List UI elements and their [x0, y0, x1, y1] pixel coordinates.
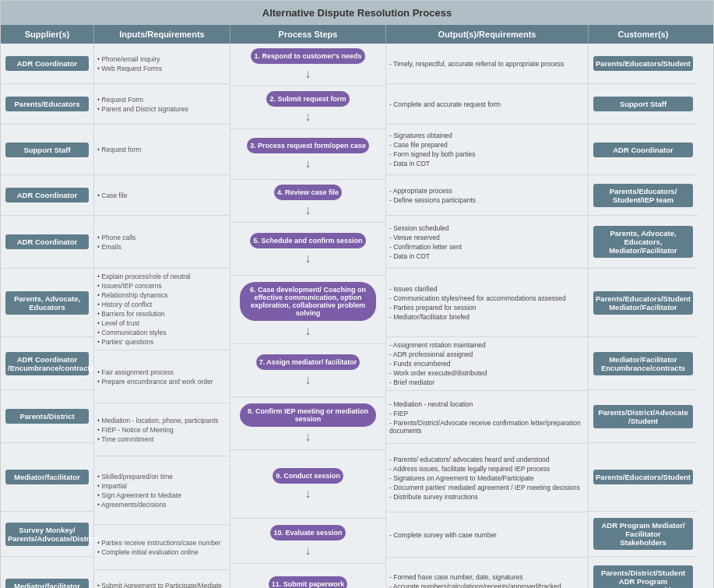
supplier-cell-2: Parents/Educators — [1, 84, 93, 125]
header-supplier: Supplier(s) — [1, 25, 94, 44]
customer-cell-5: Parents, Advocate, Educators, Mediator/F… — [589, 216, 698, 269]
input-item: Parties' questions — [97, 337, 227, 347]
output-item: Timely, respectful, accurate referral to… — [389, 59, 585, 69]
input-item: Level of trust — [97, 319, 227, 328]
input-item: Issues/IEP concerns — [97, 281, 227, 290]
process-box-5: 5. Schedule and confirm session — [250, 233, 365, 248]
output-item: Signatures on Agreement to Mediate/Parti… — [389, 474, 585, 483]
header-outputs: Output(s)/Requirements — [386, 25, 589, 44]
process-cell-3: 3. Process request form/open case↓ — [230, 129, 385, 180]
output-item: Mediator/facilitator briefed — [389, 312, 585, 322]
input-item: Case file — [97, 191, 227, 200]
input-item: Parent and District signatures — [97, 104, 227, 114]
output-item: Signatures obtained — [389, 131, 585, 140]
customer-box-11: Parents/District/Student ADR Program Acc… — [593, 565, 693, 588]
input-item: Mediation - location, phone, participant… — [97, 416, 227, 425]
process-box-9: 9. Conduct session — [273, 468, 343, 484]
input-item: Request form — [97, 145, 227, 154]
process-box-10: 10. Evaluate session — [270, 525, 345, 540]
process-box-7: 7. Assign mediator/ facilitator — [256, 354, 361, 370]
output-item: Distribute survey instructions — [389, 492, 585, 502]
supplier-box-6: Parents, Advocate, Educators — [5, 291, 89, 315]
outputs-cell-7: Assignment rotation maintainedADR profes… — [386, 337, 588, 391]
input-item: Emails — [97, 242, 227, 252]
process-cell-11: 11. Submit paperwork↓ — [230, 564, 385, 588]
output-item: Define sessions participants — [389, 195, 585, 205]
supplier-box-2: Parents/Educators — [5, 97, 89, 111]
customer-cell-1: Parents/Educators/Student — [589, 44, 698, 84]
inputs-cell-5: Phone callsEmails — [94, 216, 230, 269]
input-item: History of conflict — [97, 300, 227, 309]
customer-box-5: Parents, Advocate, Educators, Mediator/F… — [593, 226, 693, 258]
customer-cell-2: Support Staff — [589, 84, 698, 125]
inputs-cell-6: Explain process/role of neutralIssues/IE… — [94, 269, 230, 350]
process-cell-9: 9. Conduct session↓ — [230, 450, 385, 519]
process-box-2: 2. Submit request form — [266, 91, 349, 107]
supplier-cell-9: Mediator/facilitator — [1, 443, 93, 512]
header-process: Process Steps — [230, 25, 386, 44]
process-arrow-1: ↓ — [305, 65, 311, 83]
inputs-cell-3: Request form — [94, 125, 230, 175]
outputs-cell-6: Issues clarifiedCommunication styles/nee… — [386, 269, 588, 337]
output-item: Accurate numbers/calculations/receipts/a… — [389, 582, 585, 588]
output-item: Data in CDT — [389, 159, 585, 168]
body-area: ADR CoordinatorParents/EducatorsSupport … — [1, 44, 713, 588]
process-cell-2: 2. Submit request form↓ — [230, 86, 385, 129]
outputs-cell-3: Signatures obtainedCase file preparedFor… — [386, 125, 588, 175]
output-item: Document parties' mediated agreement / I… — [389, 483, 585, 492]
process-box-3: 3. Process request form/open case — [247, 138, 369, 153]
output-item: Venue reserved — [389, 233, 585, 242]
output-item: Confirmation letter sent — [389, 242, 585, 252]
process-box-6: 6. Case development/ Coaching on effecti… — [240, 282, 376, 321]
supplier-cell-5: ADR Coordinator — [1, 216, 93, 269]
output-item: Work order executed/distributed — [389, 368, 585, 378]
inputs-cell-11: Submit Agreement to Participate/Mediate … — [94, 570, 230, 588]
process-cell-8: 8. Confirm IEP meeting or mediation sess… — [230, 397, 385, 450]
supplier-cell-11: Mediator/facilitator — [1, 557, 93, 588]
supplier-box-10: Survey Monkey/ Parents/Advocate/District — [5, 523, 89, 546]
supplier-cell-1: ADR Coordinator — [1, 44, 93, 84]
input-item: Agreements/decisions — [97, 500, 227, 509]
process-cell-5: 5. Schedule and confirm session↓ — [230, 223, 385, 276]
output-item: FIEP — [389, 409, 585, 418]
output-item: Data in CDT — [389, 252, 585, 261]
outputs-cell-2: Complete and accurate request form — [386, 84, 588, 125]
output-item: Complete survey with case number — [389, 530, 585, 540]
process-cell-10: 10. Evaluate session↓ — [230, 519, 385, 564]
process-cell-1: 1. Respond to customer's needs↓ — [230, 44, 385, 86]
output-item: Formed have case number, date, signature… — [389, 572, 585, 582]
customer-cell-9: Parents/Educators/Student — [589, 443, 698, 512]
input-item: Web Request Forms — [97, 64, 227, 73]
supplier-cell-10: Survey Monkey/ Parents/Advocate/District — [1, 512, 93, 557]
supplier-box-8: Parents/District — [5, 409, 89, 424]
output-item: Issues clarified — [389, 284, 585, 294]
supplier-box-3: Support Staff — [5, 143, 89, 157]
input-item: Fair assignment process — [97, 368, 227, 377]
output-item: Parents/District/Advocate receive confir… — [389, 418, 585, 435]
supplier-cell-6: Parents, Advocate, Educators — [1, 269, 93, 337]
customer-cell-3: ADR Coordinator — [589, 125, 698, 175]
output-item: Brief mediator — [389, 378, 585, 387]
header-customer: Customer(s) — [589, 25, 698, 44]
process-cell-4: 4. Review case file↓ — [230, 180, 385, 223]
output-item: Funds encumbered — [389, 359, 585, 368]
customer-cell-10: ADR Program Mediator/ Facilitator Stakeh… — [589, 512, 698, 557]
supplier-cell-8: Parents/District — [1, 390, 93, 443]
input-item: Phone calls — [97, 233, 227, 242]
supplier-cell-7: ADR Coordinator /Encumbrance/contracts — [1, 337, 93, 390]
customer-box-2: Support Staff — [593, 97, 693, 111]
supplier-cell-3: Support Staff — [1, 125, 93, 175]
output-item: Address issues, facilitate legally requi… — [389, 464, 585, 474]
input-item: Barriers for resolution — [97, 309, 227, 319]
output-item: Communication styles/need for accommodat… — [389, 294, 585, 303]
outputs-cell-8: Mediation - neutral locationFIEPParents/… — [386, 391, 588, 444]
output-item: Assignment rotation maintained — [389, 340, 585, 350]
customer-box-10: ADR Program Mediator/ Facilitator Stakeh… — [593, 518, 693, 550]
process-arrow-9: ↓ — [305, 485, 311, 502]
customer-cell-6: Parents/Educators/Student Mediator/Facil… — [589, 269, 698, 337]
customer-cell-4: Parents/Educators/ Student/IEP team — [589, 175, 698, 216]
supplier-column: ADR CoordinatorParents/EducatorsSupport … — [1, 44, 94, 588]
supplier-box-1: ADR Coordinator — [5, 56, 89, 71]
output-item: Complete and accurate request form — [389, 100, 585, 109]
header-row: Supplier(s) Inputs/Requirements Process … — [1, 25, 713, 44]
